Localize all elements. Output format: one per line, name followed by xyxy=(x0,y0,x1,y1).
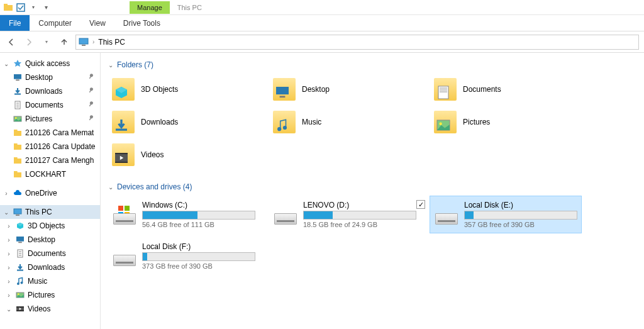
tree-quick-access[interactable]: ⌄ Quick access xyxy=(0,57,100,70)
sidebar-item-pc[interactable]: ›Music xyxy=(0,274,100,288)
collapse-icon[interactable]: ⌄ xyxy=(3,60,10,67)
drive-item[interactable]: ✓Local Disk (E:)357 GB free of 390 GB xyxy=(430,196,581,233)
properties-icon[interactable] xyxy=(15,2,26,13)
title-bar: ▾ ▾ Manage This PC xyxy=(0,0,644,15)
breadcrumb-location[interactable]: This PC xyxy=(98,38,125,47)
tree-label: Videos xyxy=(28,304,50,313)
svg-rect-24 xyxy=(14,145,21,150)
recent-dropdown-icon[interactable]: ▾ xyxy=(40,36,53,48)
qat-dropdown-icon[interactable]: ▾ xyxy=(28,2,39,13)
expand-icon[interactable]: › xyxy=(5,292,13,299)
svg-rect-28 xyxy=(14,172,21,177)
folder-icon xyxy=(13,169,23,179)
folder-item[interactable]: Documents xyxy=(430,74,581,104)
drive-item[interactable]: LENOVO (D:)18.5 GB free of 24.9 GB xyxy=(269,196,420,233)
svg-point-10 xyxy=(89,87,94,91)
qat-overflow-icon[interactable]: ▾ xyxy=(40,2,52,13)
folder-icon xyxy=(272,77,297,102)
this-pc-icon xyxy=(13,207,23,217)
sidebar-item-quick[interactable]: 210126 Cara Memat xyxy=(0,126,100,140)
folder-item[interactable]: Music xyxy=(269,107,420,137)
drive-icon xyxy=(112,204,137,225)
back-button[interactable] xyxy=(5,36,18,48)
folder-label: 3D Objects xyxy=(141,85,178,94)
sidebar-item-quick[interactable]: Documents xyxy=(0,98,100,112)
svg-point-54 xyxy=(283,126,287,130)
tree-label: Desktop xyxy=(25,73,53,82)
drive-capacity-bar xyxy=(303,211,416,220)
ribbon-tab-view[interactable]: View xyxy=(80,15,114,31)
expand-icon[interactable]: › xyxy=(5,278,13,285)
sidebar-item-pc[interactable]: ›3D Objects xyxy=(0,219,100,233)
context-tab-manage[interactable]: Manage xyxy=(130,1,170,14)
forward-button[interactable] xyxy=(23,36,35,48)
sidebar-item-quick[interactable]: LOCKHART xyxy=(0,167,100,181)
folder-item[interactable]: 3D Objects xyxy=(108,74,259,104)
tree-label: OneDrive xyxy=(25,189,57,198)
drive-item[interactable]: Local Disk (F:)373 GB free of 390 GB xyxy=(108,238,259,274)
sidebar-item-quick[interactable]: Desktop xyxy=(0,70,100,84)
folder-icon xyxy=(13,155,23,165)
group-header-drives[interactable]: ⌄ Devices and drives (4) xyxy=(108,182,636,191)
tree-onedrive[interactable]: › OneDrive xyxy=(0,186,100,200)
svg-rect-60 xyxy=(118,206,123,211)
chevron-down-icon[interactable]: ⌄ xyxy=(108,62,113,69)
svg-rect-22 xyxy=(14,131,21,136)
downloads-icon xyxy=(13,86,23,96)
tree-label: 210126 Cara Update xyxy=(25,142,95,151)
sidebar-item-quick[interactable]: Downloads xyxy=(0,84,100,98)
svg-rect-44 xyxy=(16,306,24,308)
desktop-icon xyxy=(13,72,23,82)
drive-icon xyxy=(273,204,298,225)
ribbon-tab-drive-tools[interactable]: Drive Tools xyxy=(114,15,169,31)
group-header-folders[interactable]: ⌄ Folders (7) xyxy=(108,60,636,69)
address-bar[interactable]: › This PC xyxy=(75,35,639,50)
folder-label: Music xyxy=(302,118,321,126)
sidebar-item-quick[interactable]: 210126 Cara Update xyxy=(0,140,100,153)
sidebar-item-pc[interactable]: ›Downloads xyxy=(0,260,100,274)
sidebar-item-pc[interactable]: ›Documents xyxy=(0,247,100,260)
drive-label: Windows (C:) xyxy=(142,201,255,209)
svg-rect-30 xyxy=(14,209,21,214)
folder-item[interactable]: Downloads xyxy=(108,107,259,137)
sidebar-item-pc[interactable]: ›Desktop xyxy=(0,233,100,247)
sidebar-item-pc[interactable]: ›Pictures xyxy=(0,288,100,302)
svg-rect-23 xyxy=(14,130,18,131)
folder-label: Downloads xyxy=(141,118,178,126)
sidebar-item-quick[interactable]: Pictures xyxy=(0,112,100,126)
ribbon-tabs: File Computer View Drive Tools xyxy=(0,15,644,31)
checkbox-icon[interactable]: ✓ xyxy=(416,200,425,209)
expand-icon[interactable]: › xyxy=(5,264,13,271)
chevron-down-icon[interactable]: ⌄ xyxy=(108,184,113,191)
tree-label: This PC xyxy=(25,208,52,216)
this-pc-icon xyxy=(79,37,89,47)
expand-icon[interactable]: › xyxy=(5,223,13,230)
folder-icon xyxy=(433,109,458,135)
chevron-right-icon[interactable]: › xyxy=(92,38,94,45)
up-button[interactable] xyxy=(58,36,70,48)
svg-rect-33 xyxy=(18,242,22,243)
pin-icon xyxy=(87,86,99,97)
folder-item[interactable]: Videos xyxy=(108,140,259,170)
ribbon-tab-file[interactable]: File xyxy=(0,15,30,31)
expand-icon[interactable]: › xyxy=(5,250,13,257)
svg-rect-6 xyxy=(16,80,19,81)
expand-icon[interactable]: › xyxy=(5,237,13,243)
drive-free-text: 373 GB free of 390 GB xyxy=(142,262,255,270)
sidebar-item-pc[interactable]: ⌄Videos xyxy=(0,302,100,316)
svg-rect-59 xyxy=(115,162,128,163)
tree-this-pc[interactable]: ⌄ This PC xyxy=(0,205,100,219)
folder-item[interactable]: Pictures xyxy=(430,107,581,137)
desktop-icon xyxy=(15,235,25,245)
explorer-icon xyxy=(3,2,14,13)
folder-item[interactable]: Desktop xyxy=(269,74,420,104)
svg-point-53 xyxy=(277,127,281,131)
expand-icon[interactable]: ⌄ xyxy=(5,306,13,313)
collapse-icon[interactable]: ⌄ xyxy=(3,209,10,216)
sidebar-item-quick[interactable]: 210127 Cara Mengh xyxy=(0,153,100,167)
drive-item[interactable]: Windows (C:)56.4 GB free of 111 GB xyxy=(108,196,259,233)
expand-icon[interactable]: › xyxy=(3,190,10,197)
ribbon-tab-computer[interactable]: Computer xyxy=(30,15,80,31)
window-title: This PC xyxy=(170,1,209,14)
drive-label: Local Disk (F:) xyxy=(142,242,255,251)
